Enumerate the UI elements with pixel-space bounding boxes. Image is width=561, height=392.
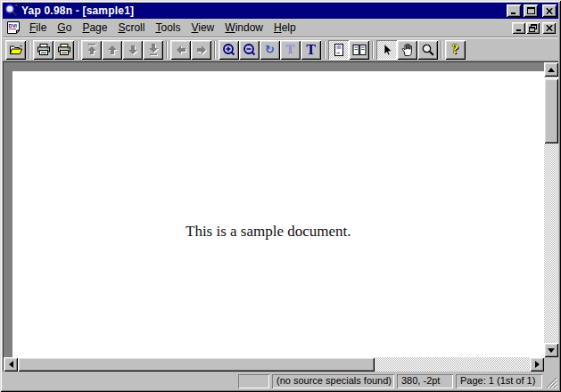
yap-window: Yap 0.98n - [sample1] DVI [0, 0, 561, 392]
document-view: This is a sample document. [3, 61, 558, 372]
statusbar: (no source specials found) 380, -2pt Pag… [3, 372, 558, 389]
maximize-button[interactable] [524, 4, 538, 17]
toolbar-separator [214, 41, 216, 59]
facing-pages-icon [352, 43, 367, 57]
scroll-left-button[interactable] [4, 357, 18, 372]
mdi-close-button[interactable] [542, 22, 556, 34]
arrow-left-icon [174, 43, 188, 57]
question-mark-icon: ? [452, 42, 459, 57]
toolbar-separator [77, 41, 78, 59]
arrow-up-bar-icon [85, 43, 99, 57]
toolbar-separator [372, 41, 374, 59]
single-page-view-button[interactable] [328, 40, 349, 60]
render-text-button[interactable]: T [301, 40, 321, 60]
outline-text-button[interactable]: T [280, 40, 301, 60]
menu-view[interactable]: View [186, 20, 219, 37]
printer-pages-icon [57, 43, 71, 57]
refresh-button[interactable]: ↻ [260, 40, 280, 60]
first-page-button[interactable] [81, 40, 102, 60]
horizontal-scroll-thumb[interactable] [18, 357, 375, 372]
back-button[interactable] [170, 40, 191, 60]
document-text: This is a sample document. [186, 223, 351, 241]
solid-t-icon: T [306, 42, 316, 58]
vertical-scrollbar[interactable] [544, 62, 558, 357]
mdi-child-controls [512, 22, 556, 34]
printer-icon [37, 43, 51, 57]
triangle-right-icon [535, 361, 543, 368]
print-button[interactable] [33, 40, 54, 60]
arrow-down-icon [126, 43, 140, 57]
last-page-button[interactable] [143, 40, 163, 60]
horizontal-scrollbar[interactable] [4, 357, 544, 372]
arrow-up-icon [105, 43, 120, 57]
menubar: DVI File Go Page Scroll Tools View Windo… [3, 19, 558, 37]
zoom-out-button[interactable] [239, 40, 260, 60]
document-page[interactable]: This is a sample document. [12, 71, 544, 357]
arrow-right-icon [194, 43, 209, 57]
previous-page-button[interactable] [102, 40, 122, 60]
hand-icon [400, 43, 415, 57]
menu-window[interactable]: Window [219, 20, 268, 37]
status-spacer [4, 374, 235, 388]
select-tool-button[interactable] [376, 40, 397, 60]
print-all-button[interactable] [54, 40, 74, 60]
zoom-in-icon [222, 43, 236, 57]
zoom-in-button[interactable] [219, 40, 239, 60]
minimize-button[interactable] [507, 4, 521, 17]
menu-go[interactable]: Go [52, 20, 77, 37]
minimize-icon [516, 25, 523, 31]
menu-file[interactable]: File [24, 20, 52, 37]
window-title: Yap 0.98n - [sample1] [21, 4, 504, 17]
mdi-restore-button[interactable] [526, 22, 540, 34]
hand-tool-button[interactable] [397, 40, 417, 60]
status-message: (no source specials found) [272, 374, 394, 388]
forward-button[interactable] [191, 40, 211, 60]
pointer-arrow-icon [380, 43, 394, 57]
close-icon [546, 8, 553, 14]
scrollbar-corner [544, 357, 558, 372]
toolbar-separator [441, 41, 442, 59]
next-page-button[interactable] [122, 40, 143, 60]
toolbar-separator [166, 41, 168, 59]
outline-t-icon: T [286, 43, 294, 57]
svg-text:DVI: DVI [9, 23, 18, 29]
maximize-icon [527, 7, 535, 14]
scroll-down-button[interactable] [544, 343, 558, 357]
open-folder-icon [9, 43, 23, 57]
status-indicator-panel [238, 374, 269, 388]
zoom-out-icon [243, 43, 257, 57]
menu-tools[interactable]: Tools [150, 20, 186, 37]
minimize-icon [510, 8, 517, 14]
close-button[interactable] [542, 4, 557, 17]
menu-scroll[interactable]: Scroll [112, 20, 150, 37]
triangle-up-icon [548, 64, 555, 72]
restore-icon [529, 24, 537, 32]
vertical-scroll-thumb[interactable] [544, 78, 558, 143]
toolbar-separator [29, 41, 30, 59]
toolbar: ↻ T T [3, 38, 558, 61]
scroll-right-button[interactable] [530, 357, 544, 372]
triangle-down-icon [548, 348, 555, 356]
arrow-down-bar-icon [146, 43, 161, 57]
close-icon [546, 25, 553, 31]
scroll-up-button[interactable] [544, 62, 558, 77]
help-button[interactable]: ? [445, 40, 466, 60]
magnifier-icon [421, 43, 435, 57]
status-position: 380, -2pt [397, 374, 453, 388]
triangle-left-icon [5, 361, 13, 368]
menu-page[interactable]: Page [77, 20, 112, 37]
magnifier-app-icon[interactable] [4, 4, 19, 18]
toolbar-separator [324, 41, 326, 59]
facing-pages-view-button[interactable] [349, 40, 369, 60]
single-page-icon [332, 43, 346, 57]
dvi-document-icon[interactable]: DVI [6, 20, 21, 35]
open-button[interactable] [5, 40, 26, 60]
resize-grip[interactable] [545, 374, 557, 388]
magnifier-tool-button[interactable] [417, 40, 438, 60]
status-page-info: Page: 1 (1st of 1) [456, 374, 542, 388]
page-canvas[interactable]: This is a sample document. [4, 62, 544, 357]
mdi-minimize-button[interactable] [512, 22, 525, 34]
menu-help[interactable]: Help [268, 20, 301, 37]
refresh-icon: ↻ [265, 44, 275, 55]
titlebar[interactable]: Yap 0.98n - [sample1] [3, 3, 558, 19]
